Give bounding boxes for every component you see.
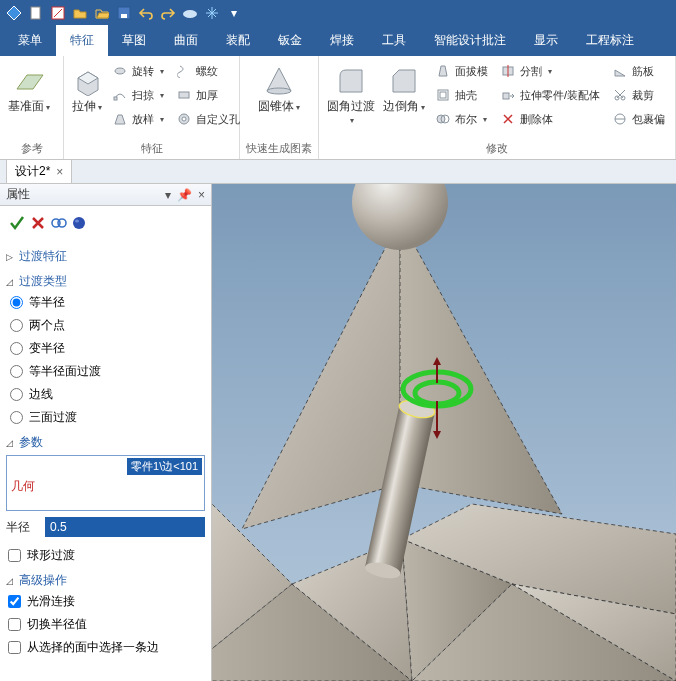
tab-display[interactable]: 显示 [520, 25, 572, 56]
tab-surface[interactable]: 曲面 [160, 25, 212, 56]
revolve-button[interactable]: 旋转▾ [108, 60, 168, 82]
document-tab[interactable]: 设计2* × [6, 159, 72, 183]
svg-rect-4 [121, 14, 127, 18]
svg-marker-41 [400, 219, 562, 514]
redo-icon[interactable] [158, 3, 178, 23]
sweep-icon [112, 87, 128, 103]
tab-feature[interactable]: 特征 [56, 25, 108, 56]
smooth-connect-checkbox[interactable]: 光滑连接 [8, 593, 205, 610]
undo-icon[interactable] [136, 3, 156, 23]
save-icon[interactable] [114, 3, 134, 23]
custom-hole-button[interactable]: 自定义孔 [172, 108, 244, 130]
open-icon[interactable] [70, 3, 90, 23]
feature-name-row[interactable]: ▷过渡特征 [6, 248, 205, 265]
svg-point-5 [183, 10, 197, 18]
panel-title: 属性 [6, 186, 30, 203]
qat-dropdown-icon[interactable]: ▾ [224, 3, 244, 23]
delete-icon [500, 111, 516, 127]
trim-button[interactable]: 裁剪 [608, 84, 669, 106]
sweep-button[interactable]: 扫掠▾ [108, 84, 168, 106]
document-tabstrip: 设计2* × [0, 160, 676, 184]
3d-viewport[interactable] [212, 184, 676, 681]
tab-drawing-annotation[interactable]: 工程标注 [572, 25, 648, 56]
svg-point-32 [75, 220, 79, 223]
plane-icon [12, 64, 46, 98]
group-label-modify: 修改 [319, 139, 675, 159]
main-tabstrip: 菜单 特征 草图 曲面 装配 钣金 焊接 工具 智能设计批注 显示 工程标注 [0, 26, 676, 56]
toggle-radius-checkbox[interactable]: 切换半径值 [8, 616, 205, 633]
svg-rect-20 [440, 92, 446, 98]
thread-icon [176, 63, 192, 79]
new-sketch-icon[interactable] [48, 3, 68, 23]
extrude-button[interactable]: 拉伸▾ [70, 60, 104, 114]
select-edge-from-face-checkbox[interactable]: 从选择的面中选择一条边 [8, 639, 205, 656]
tab-sketch[interactable]: 草图 [108, 25, 160, 56]
radio-equal-radius[interactable]: 等半径 [10, 294, 205, 311]
advanced-header[interactable]: ◿高级操作 [6, 572, 205, 589]
geometry-selection-box[interactable]: 零件1\边<101 几何 [6, 455, 205, 511]
radius-input[interactable] [45, 517, 205, 537]
radio-triface[interactable]: 三面过渡 [10, 409, 205, 426]
wrap-button[interactable]: 包裹偏 [608, 108, 669, 130]
radio-variable-radius[interactable]: 变半径 [10, 340, 205, 357]
radius-label: 半径 [6, 519, 37, 536]
thread-button[interactable]: 螺纹 [172, 60, 244, 82]
svg-marker-6 [17, 75, 43, 89]
sphere-preview-icon[interactable] [72, 216, 86, 230]
draft-button[interactable]: 面拔模 [431, 60, 492, 82]
fillet-button[interactable]: 圆角过渡▾ [325, 60, 377, 127]
datum-plane-button[interactable]: 基准面▾ [6, 60, 52, 114]
cancel-icon[interactable] [30, 215, 46, 231]
preview-icon[interactable] [50, 216, 68, 230]
thicken-button[interactable]: 加厚 [172, 84, 244, 106]
split-button[interactable]: 分割▾ [496, 60, 604, 82]
tab-assembly[interactable]: 装配 [212, 25, 264, 56]
svg-marker-17 [393, 70, 415, 92]
snow-icon[interactable] [202, 3, 222, 23]
ok-cancel-bar [6, 210, 205, 240]
hole-icon [176, 111, 192, 127]
zw-logo-icon[interactable] [4, 3, 24, 23]
shell-button[interactable]: 抽壳 [431, 84, 492, 106]
close-icon[interactable]: × [56, 165, 63, 179]
open-folder-icon[interactable] [92, 3, 112, 23]
rib-icon [612, 63, 628, 79]
wrap-icon [612, 111, 628, 127]
revolve-icon [112, 63, 128, 79]
svg-marker-40 [242, 219, 400, 529]
tab-weld[interactable]: 焊接 [316, 25, 368, 56]
thicken-icon [176, 87, 192, 103]
cone-icon [262, 64, 296, 98]
cone-button[interactable]: 圆锥体▾ [249, 60, 309, 114]
svg-point-9 [115, 68, 125, 74]
panel-dropdown-icon[interactable]: ▾ [165, 188, 171, 202]
delete-body-button[interactable]: 删除体 [496, 108, 604, 130]
sphere-fillet-checkbox[interactable]: 球形过渡 [8, 547, 205, 564]
radio-edge[interactable]: 边线 [10, 386, 205, 403]
tab-smart-annotate[interactable]: 智能设计批注 [420, 25, 520, 56]
cloud-icon[interactable] [180, 3, 200, 23]
scissors-icon [612, 87, 628, 103]
panel-pin-icon[interactable]: 📌 [177, 188, 192, 202]
svg-rect-12 [179, 92, 189, 98]
loft-button[interactable]: 放样▾ [108, 108, 168, 130]
new-file-icon[interactable] [26, 3, 46, 23]
radio-equal-radius-face[interactable]: 等半径面过渡 [10, 363, 205, 380]
extract-part-button[interactable]: 拉伸零件/装配体 [496, 84, 604, 106]
chamfer-button[interactable]: 边倒角▾ [381, 60, 427, 114]
tab-sheetmetal[interactable]: 钣金 [264, 25, 316, 56]
split-icon [500, 63, 516, 79]
geometry-selection-item[interactable]: 零件1\边<101 [127, 458, 202, 475]
svg-point-31 [73, 217, 85, 229]
ok-icon[interactable] [8, 214, 26, 232]
rib-button[interactable]: 筋板 [608, 60, 669, 82]
radio-two-points[interactable]: 两个点 [10, 317, 205, 334]
type-group-header[interactable]: ◿过渡类型 [6, 273, 205, 290]
svg-rect-24 [503, 93, 509, 99]
tab-menu[interactable]: 菜单 [4, 25, 56, 56]
tab-tools[interactable]: 工具 [368, 25, 420, 56]
boolean-button[interactable]: 布尔▾ [431, 108, 492, 130]
panel-close-icon[interactable]: × [198, 188, 205, 202]
params-header[interactable]: ◿参数 [6, 434, 205, 451]
shell-icon [435, 87, 451, 103]
